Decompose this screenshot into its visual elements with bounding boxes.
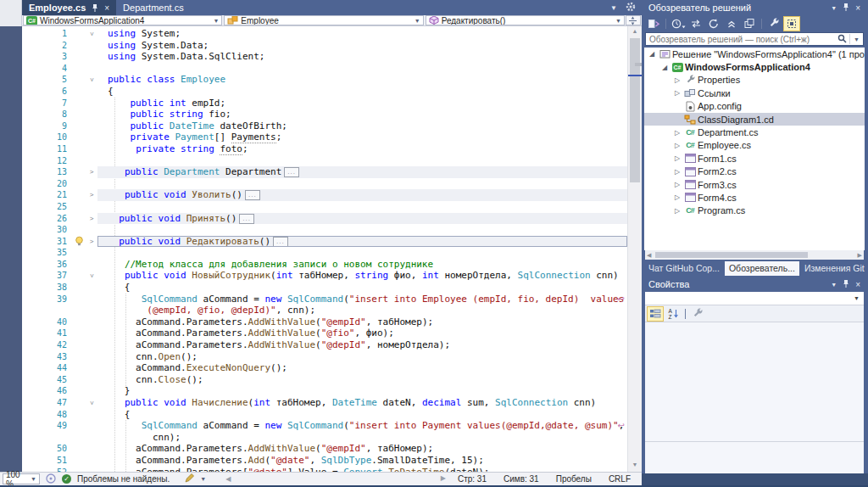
expander-collapsed-icon[interactable]: ▷ — [672, 129, 682, 137]
code-line[interactable]: 39 SqlCommand aCommand = new SqlCommand(… — [22, 294, 627, 305]
code-line[interactable]: 41 aCommand.Parameters.AddWithValue("@fi… — [22, 327, 627, 339]
gear-icon[interactable] — [625, 1, 637, 14]
expander-collapsed-icon[interactable]: ▷ — [672, 142, 682, 149]
code-line[interactable]: 21> public void Уволить()... — [22, 189, 627, 201]
expander-collapsed-icon[interactable]: ▷ — [672, 181, 682, 188]
scroll-right-icon[interactable]: ▶ — [858, 250, 862, 260]
type-dropdown[interactable]: Employee ▼ — [224, 15, 423, 25]
code-text[interactable]: } — [97, 385, 627, 397]
categorized-icon[interactable] — [648, 307, 663, 321]
search-input[interactable] — [646, 35, 835, 44]
code-text[interactable]: using System; — [97, 28, 627, 40]
scrollbar-thumb[interactable] — [630, 38, 640, 182]
code-text[interactable]: { — [97, 86, 627, 98]
window-position-icon[interactable]: ▼ — [831, 282, 837, 288]
code-line[interactable]: 8 public string fio; — [22, 109, 627, 120]
search-icon[interactable] — [835, 34, 849, 45]
tab-github-copilot-chat[interactable]: Чат GitHub Cop... — [644, 261, 724, 276]
code-text[interactable]: (@empId, @fio, @depId)", cnn); — [97, 305, 627, 316]
pin-icon[interactable] — [92, 3, 98, 13]
code-text[interactable]: public Department Department... — [97, 166, 627, 178]
collapsed-region-box[interactable]: ... — [239, 214, 254, 224]
code-text[interactable]: { — [97, 409, 627, 421]
code-line[interactable]: 31> public void Редактировать()... — [22, 236, 627, 248]
code-text[interactable]: public void Уволить()... — [97, 189, 627, 201]
tree-item[interactable]: ▷Properties — [644, 74, 865, 87]
code-text[interactable]: aCommand.Parameters.AddWithValue("@depId… — [97, 339, 627, 351]
code-text[interactable]: private Payment[] Payments; — [97, 132, 627, 143]
code-text[interactable]: aCommand.Parameters.AddWithValue("@empId… — [97, 443, 627, 455]
code-line[interactable]: 40 aCommand.Parameters.AddWithValue("@em… — [22, 316, 627, 328]
code-text[interactable]: { — [97, 282, 627, 294]
code-text[interactable]: cnn.Open(); — [97, 351, 627, 363]
tree-item[interactable]: ▷Form4.cs — [644, 191, 865, 204]
active-files-dropdown-icon[interactable]: ▼ — [610, 4, 617, 12]
code-text[interactable]: SqlCommand aCommand = new SqlCommand("in… — [97, 294, 627, 305]
code-line[interactable]: 4 — [22, 63, 627, 75]
pending-changes-clock-icon[interactable] — [670, 17, 686, 31]
scroll-up-icon[interactable]: ▲ — [628, 28, 642, 34]
tree-item[interactable]: ▷Form3.cs — [644, 178, 865, 191]
feedback-icon[interactable] — [46, 473, 56, 485]
vertical-scrollbar[interactable]: ▲ ▼ — [627, 26, 642, 472]
code-text[interactable]: public int empId; — [97, 98, 627, 109]
fold-collapsed-icon[interactable]: > — [86, 166, 97, 178]
code-line[interactable]: 1>using System; — [22, 28, 627, 40]
split-editor-button[interactable] — [626, 15, 641, 25]
fold-expanded-icon[interactable]: > — [86, 270, 97, 282]
code-text[interactable]: private string foto; — [97, 143, 627, 155]
code-line[interactable]: (@empId, @fio, @depId)", cnn); — [22, 305, 627, 316]
code-line[interactable]: 49 SqlCommand aCommand = new SqlCommand(… — [22, 420, 627, 432]
scroll-left-icon[interactable]: ◀ — [647, 250, 651, 260]
problems-status[interactable]: Проблемы не найдены. — [77, 474, 170, 484]
window-position-icon[interactable]: ▼ — [831, 5, 837, 11]
code-line[interactable]: 9 public DateTime dateOfBirth; — [22, 120, 627, 132]
code-text[interactable] — [97, 63, 627, 75]
code-text[interactable]: public string fio; — [97, 109, 627, 120]
code-text[interactable]: cnn.Close(); — [97, 374, 627, 386]
code-text[interactable]: //Метод класса для добавления записи о н… — [97, 259, 627, 271]
wrench-gray-icon[interactable] — [690, 307, 705, 321]
tab-employee-cs[interactable]: Employee.cs × — [22, 0, 116, 15]
chevron-down-icon[interactable]: ▼ — [200, 476, 206, 482]
expander-expanded-icon[interactable]: ◢ — [659, 64, 670, 71]
tree-item[interactable]: App.config — [644, 100, 865, 113]
code-line[interactable]: 50 aCommand.Parameters.AddWithValue("@em… — [22, 443, 627, 455]
fold-expanded-icon[interactable]: > — [86, 397, 97, 409]
close-icon[interactable]: × — [855, 3, 860, 13]
tree-item[interactable]: ◢C#WindowsFormsApplication4 — [644, 60, 865, 73]
code-line[interactable]: 45 cnn.Close(); — [22, 374, 627, 386]
scrollbar-thumb[interactable] — [655, 252, 808, 258]
collapsed-region-box[interactable]: ... — [284, 167, 299, 177]
code-line[interactable]: 37> public void НовыйСотрудник(int табНо… — [22, 270, 627, 282]
tab-git-changes[interactable]: Изменения Git — [800, 261, 868, 276]
chevron-down-icon[interactable]: ▼ — [850, 36, 863, 42]
fold-expanded-icon[interactable]: > — [86, 74, 97, 86]
expander-expanded-icon[interactable]: ◢ — [647, 50, 657, 58]
code-line[interactable]: 43 cnn.Open(); — [22, 351, 627, 363]
code-text[interactable]: public void НовыйСотрудник(int табНомер,… — [97, 270, 627, 282]
tab-department-cs[interactable]: Department.cs — [116, 0, 191, 15]
code-text[interactable]: using System.Data; — [97, 40, 627, 52]
collapsed-region-box[interactable]: ... — [245, 190, 260, 200]
tree-item[interactable]: ▷Form1.cs — [644, 152, 865, 165]
code-line[interactable]: 5>public class Employee — [22, 74, 627, 86]
fold-collapsed-icon[interactable]: > — [86, 189, 97, 201]
code-text[interactable] — [97, 247, 627, 259]
code-text[interactable] — [97, 155, 627, 167]
status-column[interactable]: Симв: 31 — [495, 474, 548, 484]
refresh-icon[interactable] — [706, 17, 721, 31]
close-icon[interactable]: × — [104, 3, 109, 13]
expander-collapsed-icon[interactable]: ▷ — [672, 89, 682, 97]
code-text[interactable]: aCommand.Parameters.AddWithValue("@fio",… — [97, 327, 627, 339]
code-line[interactable]: 3using System.Data.SqlClient; — [22, 51, 627, 63]
tree-item[interactable]: ▷Ссылки — [644, 87, 865, 99]
tree-item[interactable]: ▷C#Employee.cs — [644, 139, 865, 152]
scroll-down-icon[interactable]: ▼ — [628, 462, 642, 467]
code-text[interactable] — [97, 178, 627, 190]
tree-item[interactable]: ◢Решение "WindowsFormsApplication4" (1 п… — [644, 48, 865, 60]
code-line[interactable]: 2using System.Data; — [22, 40, 627, 52]
hscroll-right-icon[interactable]: ▶ — [437, 474, 449, 484]
expander-collapsed-icon[interactable]: ▷ — [672, 168, 682, 176]
code-line[interactable]: 46 } — [22, 385, 627, 397]
